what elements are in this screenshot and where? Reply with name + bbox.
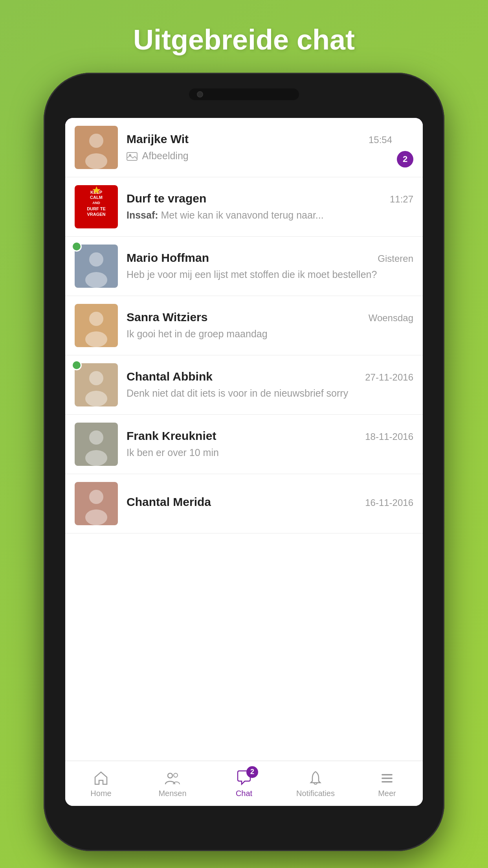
- svg-point-36: [168, 773, 172, 778]
- camera-dot: [197, 91, 203, 97]
- svg-point-31: [89, 430, 103, 445]
- svg-rect-38: [382, 774, 393, 776]
- svg-point-37: [174, 773, 178, 777]
- chat-content-chantal-a: Chantal Abbink27-11-2016Denk niet dat di…: [127, 370, 413, 400]
- svg-text:VRAGEN: VRAGEN: [87, 212, 105, 217]
- chat-name-marijke: Marijke Wit: [127, 132, 189, 146]
- people-icon: [164, 769, 181, 787]
- avatar-wrapper-durf: KEEP CALM AND DURF TE VRAGEN: [75, 185, 118, 228]
- chat-content-durf: Durf te vragen11:27Inssaf: Met wie kan i…: [127, 192, 413, 222]
- chat-name-mario: Mario Hoffman: [127, 251, 209, 265]
- chat-top-durf: Durf te vragen11:27: [127, 192, 413, 205]
- preview-sender-durf: Inssaf:: [127, 210, 158, 221]
- svg-text:DURF TE: DURF TE: [87, 206, 106, 211]
- chat-top-marijke: Marijke Wit15:54: [127, 132, 392, 146]
- svg-rect-39: [382, 778, 393, 779]
- svg-point-26: [85, 331, 107, 347]
- avatar-durf: KEEP CALM AND DURF TE VRAGEN: [75, 185, 118, 228]
- unread-badge-marijke: 2: [397, 151, 413, 167]
- chat-item-durf[interactable]: KEEP CALM AND DURF TE VRAGEN Durf te vra…: [65, 177, 423, 237]
- chat-time-durf: 11:27: [390, 194, 413, 205]
- svg-text:AND: AND: [92, 201, 100, 205]
- chat-top-chantal-m: Chantal Merida16-11-2016: [127, 495, 413, 509]
- nav-item-home[interactable]: Home: [65, 769, 137, 798]
- chat-time-chantal-m: 16-11-2016: [365, 497, 413, 508]
- chat-top-mario: Mario HoffmanGisteren: [127, 251, 413, 265]
- avatar-sanra: [75, 304, 118, 347]
- avatar-wrapper-mario: [75, 245, 118, 288]
- nav-item-chat[interactable]: 2 Chat: [208, 769, 280, 798]
- nav-item-meer[interactable]: Meer: [351, 769, 423, 798]
- svg-point-10: [89, 134, 103, 148]
- chat-preview-marijke: Afbeelding: [127, 149, 392, 163]
- chat-item-marijke[interactable]: Marijke Wit15:54 Afbeelding2: [65, 118, 423, 177]
- chat-preview-frank: Ik ben er over 10 min: [127, 446, 413, 460]
- chat-item-chantal-a[interactable]: Chantal Abbink27-11-2016Denk niet dat di…: [65, 355, 423, 415]
- chat-top-sanra: Sanra WitziersWoensdag: [127, 311, 413, 324]
- bottom-nav: Home Mensen: [65, 761, 423, 806]
- menu-icon: [378, 769, 396, 787]
- online-indicator-chantal-a: [72, 360, 82, 370]
- svg-point-28: [89, 371, 103, 385]
- avatar-frank: [75, 423, 118, 466]
- nav-label-home: Home: [90, 789, 111, 798]
- chat-content-chantal-m: Chantal Merida16-11-2016: [127, 495, 413, 512]
- chat-name-durf: Durf te vragen: [127, 192, 206, 205]
- chat-time-frank: 18-11-2016: [365, 431, 413, 442]
- avatar-wrapper-marijke: [75, 126, 118, 169]
- avatar-wrapper-chantal-a: [75, 363, 118, 406]
- svg-point-29: [85, 391, 107, 406]
- svg-point-11: [85, 153, 107, 169]
- chat-top-frank: Frank Kreukniet18-11-2016: [127, 429, 413, 443]
- svg-point-22: [89, 252, 103, 267]
- svg-rect-40: [382, 781, 393, 783]
- avatar-marijke: [75, 126, 118, 169]
- nav-item-mensen[interactable]: Mensen: [137, 769, 208, 798]
- chat-preview-sanra: Ik gooi het in de groep maandag: [127, 327, 413, 341]
- chat-time-mario: Gisteren: [378, 253, 413, 264]
- chat-name-frank: Frank Kreukniet: [127, 429, 216, 443]
- avatar-wrapper-frank: [75, 423, 118, 466]
- chat-item-mario[interactable]: Mario HoffmanGisterenHeb je voor mij een…: [65, 237, 423, 296]
- chat-icon: 2: [235, 769, 253, 787]
- svg-text:CALM: CALM: [90, 195, 103, 200]
- chat-content-marijke: Marijke Wit15:54 Afbeelding: [127, 132, 392, 163]
- nav-label-mensen: Mensen: [158, 789, 186, 798]
- chat-top-chantal-a: Chantal Abbink27-11-2016: [127, 370, 413, 383]
- online-indicator-mario: [72, 241, 82, 252]
- avatar-wrapper-sanra: [75, 304, 118, 347]
- svg-point-32: [85, 450, 107, 466]
- chat-item-chantal-m[interactable]: Chantal Merida16-11-2016: [65, 474, 423, 533]
- bell-icon: [307, 769, 324, 787]
- chat-time-chantal-a: 27-11-2016: [365, 372, 413, 383]
- page-title: Uitgebreide chat: [0, 24, 488, 56]
- avatar-mario: [75, 245, 118, 288]
- avatar-chantal-a: [75, 363, 118, 406]
- nav-item-notificaties[interactable]: Notificaties: [280, 769, 351, 798]
- chat-list: Marijke Wit15:54 Afbeelding2 KEEP CALM A…: [65, 118, 423, 761]
- chat-preview-mario: Heb je voor mij een lijst met stoffen di…: [127, 268, 413, 281]
- screen-content: Marijke Wit15:54 Afbeelding2 KEEP CALM A…: [65, 118, 423, 761]
- chat-content-mario: Mario HoffmanGisterenHeb je voor mij een…: [127, 251, 413, 281]
- chat-name-sanra: Sanra Witziers: [127, 311, 207, 324]
- chat-item-sanra[interactable]: Sanra WitziersWoensdagIk gooi het in de …: [65, 296, 423, 355]
- nav-label-chat: Chat: [236, 789, 252, 798]
- svg-point-35: [85, 509, 107, 525]
- chat-item-frank[interactable]: Frank Kreukniet18-11-2016Ik ben er over …: [65, 415, 423, 474]
- home-icon: [92, 769, 110, 787]
- avatar-chantal-m: [75, 482, 118, 525]
- chat-name-chantal-a: Chantal Abbink: [127, 370, 213, 383]
- avatar-wrapper-chantal-m: [75, 482, 118, 525]
- chat-time-marijke: 15:54: [369, 134, 392, 145]
- chat-badge: 2: [246, 766, 258, 778]
- chat-content-frank: Frank Kreukniet18-11-2016Ik ben er over …: [127, 429, 413, 460]
- chat-time-sanra: Woensdag: [369, 313, 413, 324]
- nav-label-meer: Meer: [378, 789, 396, 798]
- svg-point-34: [89, 490, 103, 504]
- chat-name-chantal-m: Chantal Merida: [127, 495, 211, 509]
- chat-content-sanra: Sanra WitziersWoensdagIk gooi het in de …: [127, 311, 413, 341]
- phone-frame: 12:30 jp van eesteren | TBI Chat: [44, 73, 444, 851]
- phone-notch: [189, 88, 299, 100]
- nav-label-notificaties: Notificaties: [296, 789, 335, 798]
- chat-preview-durf: Inssaf: Met wie kan ik vanavond terug na…: [127, 208, 413, 222]
